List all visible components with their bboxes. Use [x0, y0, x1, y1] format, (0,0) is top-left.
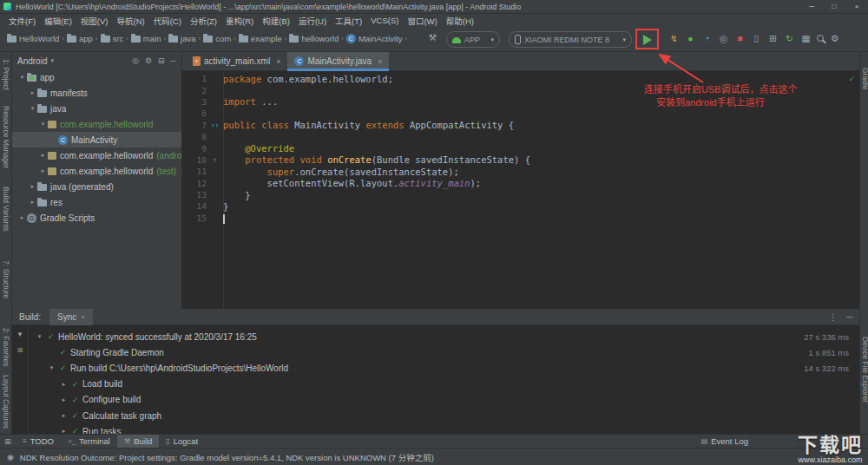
menu-c[interactable]: 代码(C) [149, 15, 186, 27]
breadcrumb-main[interactable]: main [131, 34, 161, 43]
sync-gradle-icon[interactable]: ↻ [784, 33, 795, 43]
tab-close-icon[interactable]: × [276, 57, 280, 66]
minimize-button[interactable]: ─ [800, 0, 823, 14]
run-button[interactable] [640, 32, 655, 47]
tool-window-button-todo[interactable]: ≡TODO [16, 435, 61, 448]
tree-item-mainactivity[interactable]: MainActivity [12, 132, 181, 147]
more-options-icon[interactable]: ⋮ [829, 312, 838, 322]
tree-item-com-example-helloworld[interactable]: ▾com.example.helloworld [12, 116, 181, 132]
tool-button-1-project[interactable]: 1: Project [2, 59, 10, 90]
tool-button-resource-manager[interactable]: Resource Manager [2, 106, 10, 168]
build-row-load-build[interactable]: ▸✓Load build [29, 377, 859, 392]
build-chevron-icon[interactable]: ▸ [58, 428, 69, 434]
menu-r[interactable]: 重构(R) [221, 15, 258, 27]
tool-window-switcher-icon[interactable]: ⊞ [0, 435, 16, 448]
tree-item-java-generated[interactable]: ▸java (generated) [12, 179, 181, 194]
build-chevron-icon[interactable]: ▾ [34, 333, 45, 340]
menu-b[interactable]: 构建(B) [258, 15, 294, 27]
tool-button-layout-captures[interactable]: Layout Captures [2, 375, 10, 429]
editor-tab-activity-main-xml[interactable]: activity_main.xml× [186, 52, 287, 70]
tree-item-app[interactable]: ▾app [12, 69, 181, 85]
breadcrumb-helloworld[interactable]: helloworld [289, 34, 339, 43]
tool-button-build-variants[interactable]: Build Variants [2, 187, 10, 232]
locate-file-icon[interactable]: ◎ [132, 56, 139, 65]
debug-icon[interactable]: ● [685, 33, 696, 43]
tree-chevron-icon[interactable]: ▾ [38, 121, 48, 128]
close-button[interactable]: × [845, 0, 868, 14]
expand-all-icon[interactable]: ⊞ [17, 346, 23, 354]
breadcrumb-example[interactable]: example [239, 34, 282, 43]
build-row-configure-build[interactable]: ▸✓Configure build [29, 392, 859, 408]
editor-tab-mainactivity-java[interactable]: MainActivity.java× [287, 52, 389, 70]
menu-f[interactable]: 文件(F) [4, 15, 40, 27]
tree-chevron-icon[interactable]: ▸ [38, 167, 48, 174]
code-editor[interactable]: activity_main.xml×MainActivity.java× ✓ 1… [182, 52, 859, 309]
tree-item-com-example-helloworld[interactable]: ▸com.example.helloworld (androidTest) [12, 147, 181, 163]
project-view-selector[interactable]: Android [17, 56, 47, 66]
menu-t[interactable]: 工具(T) [331, 15, 366, 27]
menu-v[interactable]: 视图(V) [76, 15, 113, 27]
code-gutter-icon[interactable]: ‹› [207, 121, 223, 129]
breadcrumb-mainactivity[interactable]: MainActivity [346, 34, 403, 43]
menu-e[interactable]: 编辑(E) [40, 15, 76, 27]
menu-w[interactable]: 窗口(W) [403, 15, 441, 27]
build-tab-sync[interactable]: Sync × [49, 309, 93, 325]
layout-inspector-icon[interactable]: ⊞ [767, 33, 779, 43]
menu-vcs-s[interactable]: VCS(S) [366, 16, 403, 25]
settings-gear-icon[interactable]: ⚙ [145, 56, 152, 65]
menu-z[interactable]: 分析(Z) [186, 15, 221, 27]
tool-window-button-terminal[interactable]: >_Terminal [61, 435, 117, 448]
build-row-starting-gradle-daemon[interactable]: ✓Starting Gradle Daemon1 s 851 ms [29, 344, 859, 360]
hide-panel-icon[interactable]: ─ [846, 312, 852, 322]
stop-icon[interactable]: ■ [734, 33, 746, 43]
tool-button-7-structure[interactable]: 7: Structure [2, 260, 10, 298]
device-select[interactable]: XIAOMI REDMI NOTE 8 ▾ [509, 31, 632, 48]
settings-icon[interactable]: ⚙ [829, 33, 840, 43]
tool-button-device-file-explorer[interactable]: Device File Explorer [861, 337, 868, 403]
run-configuration-select[interactable]: APP ▾ [446, 31, 500, 48]
breadcrumb-com[interactable]: com [203, 34, 231, 43]
tree-item-java[interactable]: ▾java [12, 101, 181, 116]
override-gutter-icon[interactable]: ↑ [207, 156, 223, 164]
tree-chevron-icon[interactable]: ▸ [28, 183, 37, 190]
collapse-all-icon[interactable]: ⊟ [158, 56, 165, 65]
apply-changes-icon[interactable]: ↯ [668, 33, 680, 43]
tool-window-button-build[interactable]: ⚒Build [117, 435, 159, 448]
build-row-helloworld-synced-successfully[interactable]: ▾✓HelloWorld: synced successfully at 202… [29, 329, 859, 344]
tab-close-icon[interactable]: × [378, 57, 382, 66]
profiler-icon[interactable]: ◔ [701, 33, 713, 43]
hide-panel-icon[interactable]: ─ [171, 56, 176, 65]
build-chevron-icon[interactable]: ▸ [58, 412, 69, 419]
maximize-button[interactable]: □ [823, 0, 845, 14]
tree-chevron-icon[interactable]: ▾ [28, 105, 37, 112]
editor-content[interactable]: 1package com.example.helloworld;23import… [182, 71, 859, 309]
tool-window-button-event-log[interactable]: ▤Event Log [694, 435, 755, 448]
breadcrumb-src[interactable]: src [101, 34, 124, 43]
tool-button-2-favorites[interactable]: 2: Favorites [2, 328, 10, 366]
build-chevron-icon[interactable]: ▸ [58, 381, 69, 388]
build-row-run-tasks[interactable]: ▸✓Run tasks [29, 423, 859, 434]
tree-item-res[interactable]: ▸res [12, 194, 181, 210]
search-everywhere-icon[interactable] [817, 35, 824, 42]
build-chevron-icon[interactable]: ▸ [58, 396, 69, 403]
breadcrumb-app[interactable]: app [67, 34, 93, 43]
menu-n[interactable]: 导航(N) [112, 15, 148, 27]
tree-chevron-icon[interactable]: ▾ [17, 74, 27, 81]
breadcrumb-helloworld[interactable]: HelloWorld [7, 34, 59, 43]
tool-button-gradle[interactable]: Gradle [861, 68, 868, 90]
tree-item-manifests[interactable]: ▸manifests [12, 85, 181, 101]
build-hammer-icon[interactable]: ⚒ [427, 32, 438, 43]
tree-chevron-icon[interactable]: ▸ [38, 152, 48, 159]
build-chevron-icon[interactable]: ▾ [46, 364, 57, 371]
build-row-calculate-task-graph[interactable]: ▸✓Calculate task graph [29, 408, 859, 423]
tree-chevron-icon[interactable]: ▸ [28, 89, 37, 96]
attach-debugger-icon[interactable]: ◎ [718, 33, 729, 43]
breadcrumb-java[interactable]: java [168, 34, 195, 43]
build-row-run-build-c-users-hp-androidst[interactable]: ▾✓Run build C:\Users\hp\AndroidStudioPro… [29, 360, 859, 376]
filter-icon[interactable]: ▼ [16, 331, 23, 338]
menu-h[interactable]: 帮助(H) [442, 15, 478, 27]
background-task-icon[interactable]: ◉ [7, 453, 14, 462]
tree-item-gradle-scripts[interactable]: ▸Gradle Scripts [12, 210, 181, 226]
tab-close-icon[interactable]: × [81, 313, 85, 321]
menu-u[interactable]: 运行(U) [294, 15, 331, 27]
